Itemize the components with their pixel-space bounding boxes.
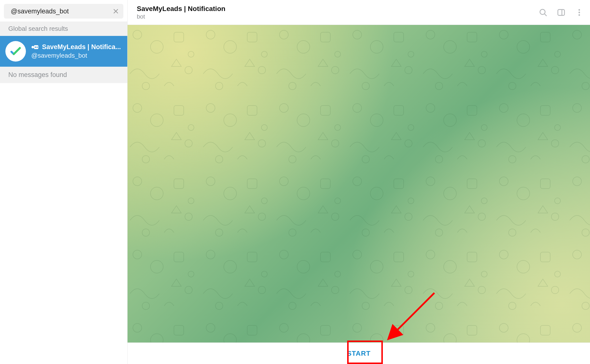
svg-point-6 (579, 9, 580, 11)
side-panel-icon[interactable] (556, 8, 566, 17)
svg-point-2 (35, 46, 36, 48)
search-box[interactable] (4, 4, 123, 19)
svg-point-8 (579, 14, 580, 16)
search-wrap (0, 0, 127, 21)
more-icon[interactable] (574, 8, 584, 17)
no-messages-label: No messages found (0, 67, 127, 83)
result-body: SaveMyLeads | Notifica... @savemyleads_b… (31, 43, 123, 59)
avatar (5, 41, 26, 62)
result-handle: @savemyleads_bot (31, 52, 123, 59)
result-name: SaveMyLeads | Notifica... (42, 43, 121, 51)
app-root: Global search results (0, 0, 590, 364)
chat-background (128, 25, 590, 343)
chat-title: SaveMyLeads | Notification (137, 5, 538, 13)
chat-subtitle: bot (137, 13, 538, 20)
header-actions (538, 8, 584, 17)
svg-point-3 (36, 46, 38, 48)
search-input[interactable] (10, 7, 113, 15)
start-button[interactable]: START (336, 344, 381, 363)
header-info[interactable]: SaveMyLeads | Notification bot (137, 5, 538, 20)
svg-point-7 (579, 11, 580, 13)
svg-rect-5 (558, 10, 565, 15)
chat-header: SaveMyLeads | Notification bot (128, 0, 590, 25)
sidebar: Global search results (0, 0, 128, 364)
main-panel: SaveMyLeads | Notification bot (128, 0, 590, 364)
search-result-item[interactable]: SaveMyLeads | Notifica... @savemyleads_b… (0, 36, 127, 67)
svg-point-0 (32, 46, 34, 48)
chat-footer: START (128, 343, 590, 364)
search-icon[interactable] (538, 8, 548, 17)
section-global-results: Global search results (0, 21, 127, 36)
clear-search-icon[interactable] (113, 8, 119, 14)
bot-icon (31, 44, 40, 50)
